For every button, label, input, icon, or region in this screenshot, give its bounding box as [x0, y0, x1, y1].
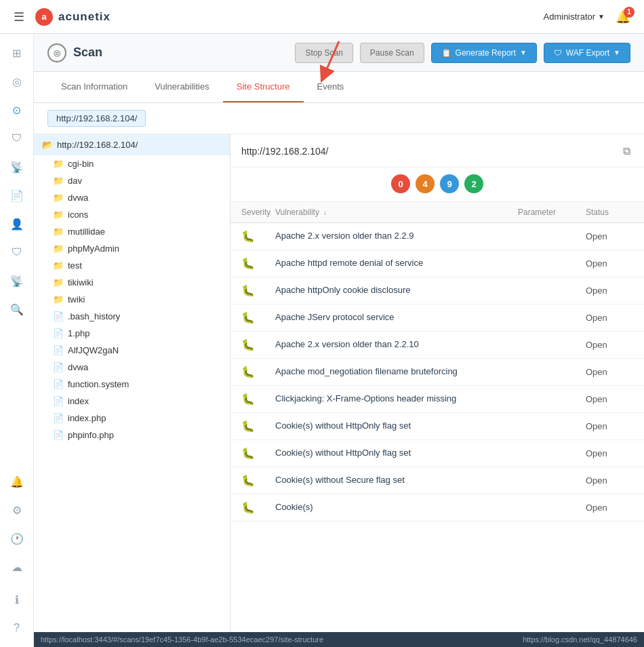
- tree-item[interactable]: 📁 mutillidae: [34, 223, 230, 240]
- tree-item[interactable]: 📁 test: [34, 257, 230, 274]
- vuln-row[interactable]: 🐛 Apache 2.x version older than 2.2.9 Op…: [230, 223, 644, 250]
- users-icon[interactable]: 👤: [2, 210, 32, 237]
- settings-icon[interactable]: ⚙: [2, 496, 32, 524]
- copy-icon[interactable]: ⧉: [620, 142, 633, 160]
- clock-icon[interactable]: 🕐: [2, 525, 32, 552]
- folder-icon: 📁: [53, 260, 64, 271]
- page-title-area: ◎ Scan: [47, 43, 102, 62]
- tree-item[interactable]: 📄 index: [34, 393, 230, 410]
- tab-site-structure[interactable]: Site Structure: [223, 72, 304, 102]
- waf-export-button[interactable]: 🛡 WAF Export ▼: [544, 43, 630, 63]
- right-panel-url: http://192.168.2.104/: [241, 146, 328, 157]
- tree-item[interactable]: 📁 phpMyAdmin: [34, 240, 230, 257]
- tree-panel: 📂 http://192.168.2.104/ 📁 cgi-bin 📁 dav …: [34, 134, 230, 632]
- tree-item[interactable]: 📄 dvwa: [34, 359, 230, 376]
- severity-medium-icon: 🐛: [241, 230, 275, 243]
- vuln-row[interactable]: 🐛 Cookie(s) without Secure flag set Open: [230, 467, 644, 494]
- vuln-table: 🐛 Apache 2.x version older than 2.2.9 Op…: [230, 223, 644, 632]
- folder-icon: 📁: [53, 193, 64, 203]
- bell-icon[interactable]: 🔔: [2, 468, 32, 495]
- page-header: ◎ Scan Stop Scan Pause Scan 📋 Generate R…: [34, 34, 644, 72]
- tree-item[interactable]: 📄 AlfJQW2gaN: [34, 342, 230, 359]
- chevron-down-icon: ▼: [598, 13, 605, 20]
- folder-icon: 📁: [53, 277, 64, 288]
- badge-red: 0: [391, 174, 410, 193]
- search-icon[interactable]: 🔍: [2, 296, 32, 323]
- right-panel-header: http://192.168.2.104/ ⧉: [230, 134, 644, 168]
- top-header: ☰ a acunetix Administrator ▼ 🔔 1: [0, 0, 644, 34]
- folder-open-icon: 📂: [42, 140, 53, 150]
- admin-menu[interactable]: Administrator ▼: [544, 12, 605, 22]
- vuln-row[interactable]: 🐛 Apache mod_negotiation filename brutef…: [230, 359, 644, 386]
- tree-item[interactable]: 📄 1.php: [34, 325, 230, 342]
- logo-area: a acunetix: [35, 8, 110, 26]
- page-title: Scan: [73, 45, 102, 60]
- severity-low-icon: 🐛: [241, 366, 275, 378]
- severity-medium-icon: 🐛: [241, 284, 275, 297]
- logo-text: acunetix: [58, 10, 110, 24]
- hamburger-icon[interactable]: ☰: [14, 9, 24, 24]
- vuln-row[interactable]: 🐛 Cookie(s) Open: [230, 494, 644, 522]
- tree-item[interactable]: 📁 cgi-bin: [34, 155, 230, 172]
- dashboard-icon[interactable]: ⊞: [2, 39, 32, 66]
- severity-low-icon: 🐛: [241, 393, 275, 406]
- tree-item[interactable]: 📁 dav: [34, 172, 230, 189]
- tree-item[interactable]: 📄 function.system: [34, 376, 230, 393]
- cloud-icon[interactable]: ☁: [2, 553, 32, 581]
- vuln-row[interactable]: 🐛 Apache 2.x version older than 2.2.10 O…: [230, 332, 644, 359]
- tree-root-item[interactable]: 📂 http://192.168.2.104/: [34, 134, 230, 155]
- tab-events[interactable]: Events: [304, 72, 358, 102]
- tree-item[interactable]: 📄 index.php: [34, 410, 230, 427]
- tree-item[interactable]: 📄 phpinfo.php: [34, 427, 230, 444]
- info-icon[interactable]: ℹ: [2, 586, 32, 613]
- scan-active-icon[interactable]: ⊙: [2, 96, 32, 123]
- notification-badge: 1: [624, 7, 635, 18]
- right-panel: http://192.168.2.104/ ⧉ 0 4 9: [230, 134, 644, 632]
- severity-medium-icon: 🐛: [241, 311, 275, 324]
- tree-item[interactable]: 📁 dvwa: [34, 189, 230, 206]
- left-sidebar: ⊞ ◎ ⊙ 🛡 📡 📄 👤 🛡 📡 🔍 🔔 ⚙ 🕐 ☁ ℹ ?: [0, 34, 34, 647]
- wifi-icon[interactable]: 📡: [2, 153, 32, 180]
- help-icon[interactable]: ?: [2, 614, 32, 642]
- tree-item[interactable]: 📄 .bash_history: [34, 308, 230, 325]
- severity-low-icon: 🐛: [241, 447, 275, 460]
- vuln-row[interactable]: 🐛 Apache httpd remote denial of service …: [230, 250, 644, 277]
- target-icon[interactable]: ◎: [2, 68, 32, 95]
- file-icon: 📄: [53, 379, 64, 389]
- stop-scan-button[interactable]: Stop Scan: [295, 43, 353, 63]
- file-icon: 📄: [53, 362, 64, 372]
- report-icon[interactable]: 🛡: [2, 125, 32, 152]
- url-chip[interactable]: http://192.168.2.104/: [47, 110, 146, 127]
- badge-blue: 9: [440, 174, 459, 193]
- waf-chevron-icon: ▼: [613, 49, 620, 56]
- generate-report-button[interactable]: 📋 Generate Report ▼: [431, 43, 537, 63]
- report-btn-icon: 📋: [441, 48, 451, 58]
- document-icon[interactable]: 📄: [2, 182, 32, 209]
- tree-item[interactable]: 📁 tikiwiki: [34, 274, 230, 291]
- waf-btn-icon: 🛡: [554, 48, 562, 58]
- vuln-row[interactable]: 🐛 Cookie(s) without HttpOnly flag set Op…: [230, 413, 644, 440]
- vuln-row[interactable]: 🐛 Apache JServ protocol service Open: [230, 305, 644, 332]
- vuln-row[interactable]: 🐛 Apache httpOnly cookie disclosure Open: [230, 277, 644, 305]
- tab-vulnerabilities[interactable]: Vulnerabilities: [141, 72, 222, 102]
- tab-scan-information[interactable]: Scan Information: [47, 72, 141, 102]
- severity-medium-icon: 🐛: [241, 257, 275, 270]
- tree-item[interactable]: 📁 twiki: [34, 291, 230, 308]
- vuln-row[interactable]: 🐛 Clickjacking: X-Frame-Options header m…: [230, 386, 644, 413]
- tree-item[interactable]: 📁 icons: [34, 206, 230, 223]
- radar-icon[interactable]: 📡: [2, 267, 32, 294]
- folder-icon: 📁: [53, 227, 64, 237]
- severity-low-icon: 🐛: [241, 420, 275, 433]
- sort-indicator: ↓: [323, 209, 327, 216]
- severity-low-icon: 🐛: [241, 474, 275, 487]
- folder-icon: 📁: [53, 294, 64, 305]
- severity-low-icon: 🐛: [241, 501, 275, 514]
- vuln-row[interactable]: 🐛 Cookie(s) without HttpOnly flag set Op…: [230, 440, 644, 467]
- vuln-table-header: Severity Vulnerability ↓ Parameter Statu…: [230, 202, 644, 223]
- pause-scan-button[interactable]: Pause Scan: [360, 43, 424, 63]
- notification-button[interactable]: 🔔 1: [616, 9, 630, 24]
- file-icon: 📄: [53, 328, 64, 338]
- folder-icon: 📁: [53, 210, 64, 220]
- shield-icon[interactable]: 🛡: [2, 239, 32, 266]
- status-right-url: https://blog.csdn.net/qq_44874646: [523, 635, 637, 644]
